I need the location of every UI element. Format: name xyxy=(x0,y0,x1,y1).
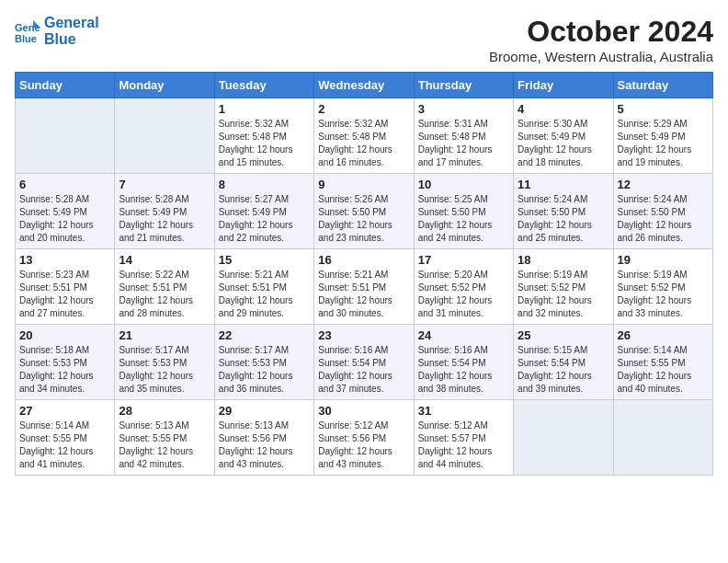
day-number: 16 xyxy=(318,253,409,267)
calendar-cell: 18Sunrise: 5:19 AMSunset: 5:52 PMDayligh… xyxy=(514,249,613,325)
day-number: 5 xyxy=(618,102,709,116)
day-info: Sunrise: 5:12 AMSunset: 5:57 PMDaylight:… xyxy=(418,419,509,471)
day-number: 21 xyxy=(119,328,210,342)
calendar-cell: 17Sunrise: 5:20 AMSunset: 5:52 PMDayligh… xyxy=(414,249,513,325)
location-subtitle: Broome, Western Australia, Australia xyxy=(489,49,713,64)
calendar-cell: 31Sunrise: 5:12 AMSunset: 5:57 PMDayligh… xyxy=(414,400,513,476)
day-number: 30 xyxy=(318,404,409,418)
day-info: Sunrise: 5:17 AMSunset: 5:53 PMDaylight:… xyxy=(219,344,310,396)
calendar-cell: 22Sunrise: 5:17 AMSunset: 5:53 PMDayligh… xyxy=(214,325,313,400)
header-friday: Friday xyxy=(514,73,613,98)
day-number: 9 xyxy=(318,178,409,191)
calendar-cell: 24Sunrise: 5:16 AMSunset: 5:54 PMDayligh… xyxy=(414,325,513,400)
header-saturday: Saturday xyxy=(613,73,712,98)
logo-icon: General Blue xyxy=(15,18,40,44)
calendar-cell: 11Sunrise: 5:24 AMSunset: 5:50 PMDayligh… xyxy=(514,174,613,249)
calendar-cell: 29Sunrise: 5:13 AMSunset: 5:56 PMDayligh… xyxy=(214,400,313,476)
day-number: 13 xyxy=(19,253,110,267)
calendar-week-1: 1Sunrise: 5:32 AMSunset: 5:48 PMDaylight… xyxy=(16,98,713,174)
calendar-header-row: SundayMondayTuesdayWednesdayThursdayFrid… xyxy=(16,73,713,98)
day-info: Sunrise: 5:25 AMSunset: 5:50 PMDaylight:… xyxy=(418,193,509,245)
day-info: Sunrise: 5:32 AMSunset: 5:48 PMDaylight:… xyxy=(219,118,310,169)
day-info: Sunrise: 5:22 AMSunset: 5:51 PMDaylight:… xyxy=(119,269,210,320)
day-number: 25 xyxy=(518,328,609,342)
day-number: 23 xyxy=(318,328,409,342)
day-info: Sunrise: 5:28 AMSunset: 5:49 PMDaylight:… xyxy=(19,193,110,245)
day-number: 12 xyxy=(618,178,709,191)
day-number: 27 xyxy=(19,404,110,418)
calendar-table: SundayMondayTuesdayWednesdayThursdayFrid… xyxy=(15,72,713,476)
calendar-cell: 19Sunrise: 5:19 AMSunset: 5:52 PMDayligh… xyxy=(613,249,712,325)
day-number: 4 xyxy=(518,102,609,116)
day-number: 11 xyxy=(518,178,609,191)
day-info: Sunrise: 5:19 AMSunset: 5:52 PMDaylight:… xyxy=(618,269,709,320)
calendar-cell: 10Sunrise: 5:25 AMSunset: 5:50 PMDayligh… xyxy=(414,174,513,249)
day-info: Sunrise: 5:13 AMSunset: 5:56 PMDaylight:… xyxy=(219,419,310,471)
day-info: Sunrise: 5:31 AMSunset: 5:48 PMDaylight:… xyxy=(418,118,509,169)
page-header: General Blue General Blue October 2024 B… xyxy=(15,15,713,64)
calendar-cell: 4Sunrise: 5:30 AMSunset: 5:49 PMDaylight… xyxy=(514,98,613,174)
calendar-cell: 5Sunrise: 5:29 AMSunset: 5:49 PMDaylight… xyxy=(613,98,712,174)
header-thursday: Thursday xyxy=(414,73,513,98)
day-info: Sunrise: 5:12 AMSunset: 5:56 PMDaylight:… xyxy=(318,419,409,471)
day-info: Sunrise: 5:28 AMSunset: 5:49 PMDaylight:… xyxy=(119,193,210,245)
calendar-cell: 6Sunrise: 5:28 AMSunset: 5:49 PMDaylight… xyxy=(16,174,115,249)
calendar-cell xyxy=(115,98,214,174)
calendar-cell: 25Sunrise: 5:15 AMSunset: 5:54 PMDayligh… xyxy=(514,325,613,400)
header-tuesday: Tuesday xyxy=(214,73,313,98)
day-number: 10 xyxy=(418,178,509,191)
day-number: 26 xyxy=(618,328,709,342)
day-number: 31 xyxy=(418,404,509,418)
calendar-cell: 8Sunrise: 5:27 AMSunset: 5:49 PMDaylight… xyxy=(214,174,313,249)
day-info: Sunrise: 5:23 AMSunset: 5:51 PMDaylight:… xyxy=(19,269,110,320)
day-info: Sunrise: 5:14 AMSunset: 5:55 PMDaylight:… xyxy=(618,344,709,396)
calendar-cell: 15Sunrise: 5:21 AMSunset: 5:51 PMDayligh… xyxy=(214,249,313,325)
header-monday: Monday xyxy=(115,73,214,98)
day-info: Sunrise: 5:27 AMSunset: 5:49 PMDaylight:… xyxy=(219,193,310,245)
calendar-week-4: 20Sunrise: 5:18 AMSunset: 5:53 PMDayligh… xyxy=(16,325,713,400)
calendar-cell: 21Sunrise: 5:17 AMSunset: 5:53 PMDayligh… xyxy=(115,325,214,400)
day-number: 3 xyxy=(418,102,509,116)
calendar-cell: 16Sunrise: 5:21 AMSunset: 5:51 PMDayligh… xyxy=(314,249,414,325)
header-sunday: Sunday xyxy=(16,73,115,98)
day-number: 20 xyxy=(19,328,110,342)
day-info: Sunrise: 5:13 AMSunset: 5:55 PMDaylight:… xyxy=(119,419,210,471)
svg-text:Blue: Blue xyxy=(15,33,37,44)
day-info: Sunrise: 5:16 AMSunset: 5:54 PMDaylight:… xyxy=(418,344,509,396)
day-info: Sunrise: 5:26 AMSunset: 5:50 PMDaylight:… xyxy=(318,193,409,245)
calendar-cell: 28Sunrise: 5:13 AMSunset: 5:55 PMDayligh… xyxy=(115,400,214,476)
calendar-cell: 2Sunrise: 5:32 AMSunset: 5:48 PMDaylight… xyxy=(314,98,414,174)
calendar-cell: 9Sunrise: 5:26 AMSunset: 5:50 PMDaylight… xyxy=(314,174,414,249)
day-info: Sunrise: 5:30 AMSunset: 5:49 PMDaylight:… xyxy=(518,118,609,169)
day-info: Sunrise: 5:16 AMSunset: 5:54 PMDaylight:… xyxy=(318,344,409,396)
calendar-cell: 30Sunrise: 5:12 AMSunset: 5:56 PMDayligh… xyxy=(314,400,414,476)
day-info: Sunrise: 5:21 AMSunset: 5:51 PMDaylight:… xyxy=(318,269,409,320)
calendar-cell: 1Sunrise: 5:32 AMSunset: 5:48 PMDaylight… xyxy=(214,98,313,174)
calendar-cell: 26Sunrise: 5:14 AMSunset: 5:55 PMDayligh… xyxy=(613,325,712,400)
title-block: October 2024 Broome, Western Australia, … xyxy=(489,15,713,64)
calendar-cell xyxy=(16,98,115,174)
day-number: 29 xyxy=(219,404,310,418)
calendar-cell: 13Sunrise: 5:23 AMSunset: 5:51 PMDayligh… xyxy=(16,249,115,325)
day-info: Sunrise: 5:24 AMSunset: 5:50 PMDaylight:… xyxy=(518,193,609,245)
calendar-cell xyxy=(514,400,613,476)
calendar-week-2: 6Sunrise: 5:28 AMSunset: 5:49 PMDaylight… xyxy=(16,174,713,249)
calendar-cell: 14Sunrise: 5:22 AMSunset: 5:51 PMDayligh… xyxy=(115,249,214,325)
day-number: 6 xyxy=(19,178,110,191)
day-info: Sunrise: 5:14 AMSunset: 5:55 PMDaylight:… xyxy=(19,419,110,471)
month-title: October 2024 xyxy=(489,15,713,49)
day-info: Sunrise: 5:17 AMSunset: 5:53 PMDaylight:… xyxy=(119,344,210,396)
calendar-cell: 7Sunrise: 5:28 AMSunset: 5:49 PMDaylight… xyxy=(115,174,214,249)
day-number: 24 xyxy=(418,328,509,342)
day-number: 19 xyxy=(618,253,709,267)
day-number: 1 xyxy=(219,102,310,116)
header-wednesday: Wednesday xyxy=(314,73,414,98)
calendar-cell xyxy=(613,400,712,476)
day-info: Sunrise: 5:32 AMSunset: 5:48 PMDaylight:… xyxy=(318,118,409,169)
day-info: Sunrise: 5:20 AMSunset: 5:52 PMDaylight:… xyxy=(418,269,509,320)
day-info: Sunrise: 5:24 AMSunset: 5:50 PMDaylight:… xyxy=(618,193,709,245)
calendar-cell: 12Sunrise: 5:24 AMSunset: 5:50 PMDayligh… xyxy=(613,174,712,249)
day-number: 2 xyxy=(318,102,409,116)
calendar-week-3: 13Sunrise: 5:23 AMSunset: 5:51 PMDayligh… xyxy=(16,249,713,325)
logo: General Blue General Blue xyxy=(15,15,99,47)
